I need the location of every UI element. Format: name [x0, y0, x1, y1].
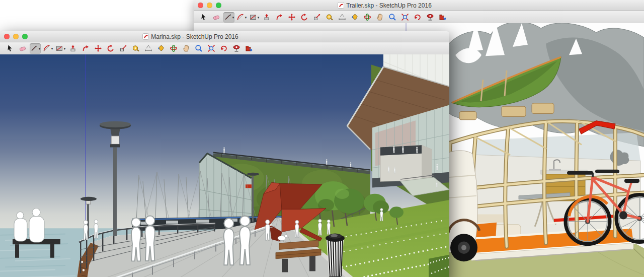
- zoom_extents-icon: [401, 13, 409, 21]
- window-marina[interactable]: Marina.skp - SketchUp Pro 2016 ▾▾▾: [0, 31, 449, 277]
- tool-pan-button[interactable]: [374, 12, 385, 23]
- eraser-icon: [212, 13, 220, 21]
- arc-icon: [236, 13, 245, 21]
- tool-rectangle-button[interactable]: ▾: [249, 12, 260, 23]
- window-controls: [198, 0, 221, 11]
- window-title-marina: Marina.skp - SketchUp Pro 2016: [0, 33, 381, 40]
- tool-look_around-button[interactable]: [231, 43, 242, 54]
- toolbar-trailer: ▾▾▾: [194, 11, 644, 24]
- tool-look_around-button[interactable]: [425, 12, 436, 23]
- arc-icon: [43, 44, 51, 52]
- tool-tape-button[interactable]: [324, 12, 335, 23]
- tool-arc-button[interactable]: ▾: [236, 12, 247, 23]
- minimize-button[interactable]: [13, 34, 19, 39]
- dropdown-caret-icon[interactable]: ▾: [39, 47, 41, 50]
- dropdown-caret-icon[interactable]: ▾: [245, 16, 247, 19]
- tool-zoom-button[interactable]: [387, 12, 398, 23]
- rectangle-icon: [55, 44, 63, 52]
- dropdown-caret-icon[interactable]: ▾: [51, 47, 53, 50]
- tool-followme-button[interactable]: [274, 12, 285, 23]
- tool-followme-button[interactable]: [80, 43, 91, 54]
- dropdown-caret-icon[interactable]: ▾: [232, 16, 234, 19]
- close-button[interactable]: [198, 3, 203, 8]
- sketchup-doc-icon: [142, 33, 149, 40]
- dimension-icon: [338, 13, 346, 21]
- pushpull-icon: [69, 44, 77, 52]
- pan-icon: [182, 44, 190, 52]
- tool-dimension-button[interactable]: [337, 12, 348, 23]
- sketchup-doc-icon: [338, 2, 344, 9]
- line-icon: [30, 44, 38, 52]
- tool-rotate-button[interactable]: [105, 43, 116, 54]
- paint-icon: [157, 44, 165, 52]
- tool-dimension-button[interactable]: [143, 43, 154, 54]
- tool-orbit-button[interactable]: [362, 12, 373, 23]
- desktop: Trailer.skp - SketchUp Pro 2016 ▾▾▾: [0, 0, 644, 277]
- titlebar-marina[interactable]: Marina.skp - SketchUp Pro 2016: [0, 31, 449, 42]
- tool-scale-button[interactable]: [311, 12, 323, 23]
- tool-zoom_extents-button[interactable]: [399, 12, 411, 23]
- titlebar-trailer[interactable]: Trailer.skp - SketchUp Pro 2016: [194, 0, 644, 11]
- tool-previous-button[interactable]: [412, 12, 423, 23]
- rectangle-icon: [249, 13, 257, 21]
- tool-pan-button[interactable]: [181, 43, 192, 54]
- dropdown-caret-icon[interactable]: ▾: [258, 16, 260, 19]
- tool-line-button[interactable]: ▾: [30, 43, 41, 54]
- tool-move-button[interactable]: [93, 43, 104, 54]
- previous-icon: [414, 13, 422, 21]
- rotate-icon: [300, 13, 308, 21]
- tool-move-button[interactable]: [286, 12, 297, 23]
- orbit-icon: [363, 13, 371, 21]
- tool-eraser-button[interactable]: [17, 43, 28, 54]
- pushpull-icon: [263, 13, 271, 21]
- tool-rectangle-button[interactable]: ▾: [55, 43, 66, 54]
- move-icon: [94, 44, 102, 52]
- tool-paint-button[interactable]: [155, 43, 167, 54]
- tool-line-button[interactable]: ▾: [223, 12, 234, 23]
- tool-zoom_extents-button[interactable]: [206, 43, 217, 54]
- tool-pushpull-button[interactable]: [261, 12, 272, 23]
- zoom-button[interactable]: [216, 3, 221, 8]
- tool-previous-button[interactable]: [218, 43, 229, 54]
- close-button[interactable]: [4, 34, 10, 39]
- eraser-icon: [19, 44, 27, 52]
- tool-pushpull-button[interactable]: [67, 43, 78, 54]
- previous-icon: [220, 44, 228, 52]
- zoom-button[interactable]: [22, 34, 28, 39]
- tool-paint-button[interactable]: [349, 12, 360, 23]
- window-controls: [4, 31, 28, 42]
- tool-eraser-button[interactable]: [211, 12, 222, 23]
- tool-get_models-button[interactable]: [437, 12, 448, 23]
- get_models-icon: [439, 13, 447, 21]
- tool-arc-button[interactable]: ▾: [42, 43, 53, 54]
- tool-select-button[interactable]: [198, 12, 209, 23]
- tool-scale-button[interactable]: [118, 43, 129, 54]
- pan-icon: [376, 13, 384, 21]
- select-icon: [200, 13, 208, 21]
- look_around-icon: [232, 44, 240, 52]
- dropdown-caret-icon[interactable]: ▾: [64, 47, 66, 50]
- tool-select-button[interactable]: [5, 43, 16, 54]
- get_models-icon: [245, 44, 253, 52]
- zoom-icon: [195, 44, 203, 52]
- rotate-icon: [107, 44, 115, 52]
- look_around-icon: [426, 13, 434, 21]
- zoom-icon: [388, 13, 396, 21]
- handlebar-right: [595, 170, 619, 173]
- followme-icon: [82, 44, 90, 52]
- tool-tape-button[interactable]: [130, 43, 141, 54]
- tool-rotate-button[interactable]: [299, 12, 310, 23]
- marina-scene: [0, 54, 449, 277]
- toolbar-marina: ▾▾▾: [0, 42, 449, 55]
- tool-get_models-button[interactable]: [244, 43, 255, 54]
- minimize-button[interactable]: [207, 3, 212, 8]
- select-icon: [6, 44, 14, 52]
- handlebar-left: [567, 171, 593, 175]
- tape-icon: [326, 13, 334, 21]
- tool-zoom-button[interactable]: [193, 43, 204, 54]
- orbit-icon: [170, 44, 178, 52]
- scale-icon: [119, 44, 127, 52]
- concrete-balcony: [380, 145, 432, 181]
- tool-orbit-button[interactable]: [168, 43, 179, 54]
- viewport-marina-3d[interactable]: [0, 54, 449, 277]
